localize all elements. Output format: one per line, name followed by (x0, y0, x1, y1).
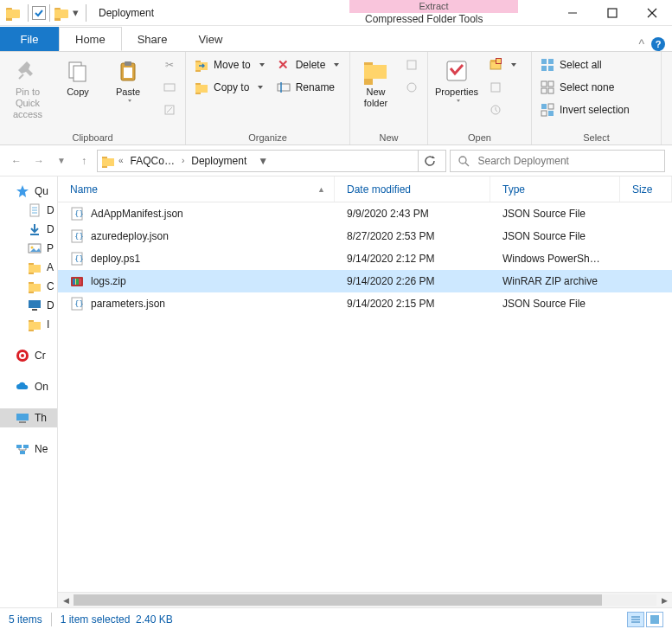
paste-shortcut-button[interactable] (159, 100, 180, 119)
move-to-button[interactable]: Move to (191, 55, 268, 74)
open-button[interactable] (485, 55, 520, 74)
file-date: 8/27/2020 2:53 PM (335, 230, 490, 242)
file-row[interactable]: {}parameters.json9/14/2020 2:15 PMJSON S… (58, 292, 672, 315)
refresh-button[interactable] (418, 151, 442, 171)
move-to-icon (195, 58, 208, 72)
svg-rect-71 (16, 414, 29, 421)
cut-button[interactable]: ✂ (159, 55, 180, 74)
column-size[interactable]: Size (620, 177, 672, 202)
back-button[interactable]: ← (7, 151, 26, 170)
qat-checkbox-icon[interactable] (32, 6, 46, 20)
address-dropdown-icon[interactable]: ▼ (253, 151, 272, 171)
delete-button[interactable]: ✕ Delete (273, 55, 343, 74)
forward-button[interactable]: → (29, 151, 48, 170)
details-view-button[interactable] (627, 612, 644, 627)
svg-rect-74 (23, 445, 29, 448)
sidebar-item[interactable]: P (0, 239, 57, 258)
window-controls (553, 0, 672, 25)
sidebar-item[interactable]: D (0, 220, 57, 239)
file-row[interactable]: {}deploy.ps19/14/2020 2:12 PMWindows Pow… (58, 247, 672, 270)
copy-to-button[interactable]: Copy to (191, 78, 268, 97)
pin-to-quick-access-button[interactable]: Pin to Quick access (5, 55, 50, 120)
file-row[interactable]: {}azuredeploy.json8/27/2020 2:53 PMJSON … (58, 225, 672, 247)
column-date[interactable]: Date modified (335, 177, 490, 202)
file-date: 9/14/2020 2:15 PM (335, 298, 490, 310)
qat-folder-icon[interactable] (54, 5, 69, 21)
breadcrumb-deployment[interactable]: Deployment (188, 155, 250, 167)
share-tab[interactable]: Share (122, 27, 183, 51)
address-bar[interactable]: « FAQCo… › Deployment ▼ (97, 150, 446, 172)
up-button[interactable]: ↑ (74, 151, 93, 170)
sidebar-icon (28, 241, 42, 255)
scroll-thumb[interactable] (74, 594, 602, 606)
collapse-ribbon-icon[interactable]: ^ (638, 37, 644, 51)
select-none-button[interactable]: Select none (537, 78, 633, 97)
maximize-button[interactable] (592, 0, 632, 25)
file-date: 9/14/2020 2:12 PM (335, 253, 490, 265)
copy-path-button[interactable] (159, 78, 180, 97)
close-button[interactable] (632, 0, 672, 25)
svg-rect-72 (19, 421, 26, 423)
sidebar-item[interactable]: D (0, 296, 57, 315)
easy-access-button[interactable] (401, 78, 422, 97)
sidebar-icon (28, 222, 42, 236)
sidebar-item[interactable]: Qu (0, 182, 57, 201)
paste-button[interactable]: Paste (106, 55, 150, 102)
rename-button[interactable]: Rename (273, 78, 343, 97)
copy-button[interactable]: Copy (55, 55, 100, 98)
scissors-icon: ✂ (163, 58, 176, 72)
quick-access-toolbar: ▾ (0, 0, 92, 25)
chevron-right-icon[interactable]: « (118, 156, 124, 165)
svg-rect-15 (164, 84, 175, 91)
contextual-tab-group: Extract Compressed Folder Tools (349, 0, 518, 25)
recent-locations-button[interactable]: ▼ (52, 151, 71, 170)
qat-overflow-icon[interactable]: ▾ (69, 6, 82, 19)
horizontal-scrollbar[interactable]: ◀ ▶ (58, 592, 672, 607)
sidebar-item[interactable]: D (0, 201, 57, 220)
new-item-button[interactable] (401, 55, 422, 74)
history-button[interactable] (485, 100, 520, 119)
select-all-button[interactable]: Select all (537, 55, 633, 74)
sidebar-item[interactable]: Cr (0, 346, 57, 365)
select-none-icon (541, 80, 554, 94)
sidebar-item[interactable]: Th (0, 408, 57, 427)
search-box[interactable] (450, 150, 665, 172)
breadcrumb-faqco[interactable]: FAQCo… (127, 155, 178, 167)
search-input[interactable] (477, 154, 657, 168)
large-icons-view-button[interactable] (646, 612, 663, 627)
file-row[interactable]: logs.zip9/14/2020 2:26 PMWinRAR ZIP arch… (58, 270, 672, 292)
column-name[interactable]: Name▲ (58, 177, 335, 202)
copy-to-icon (195, 80, 208, 94)
sidebar-item[interactable]: A (0, 258, 57, 277)
sidebar-item[interactable]: C (0, 277, 57, 296)
svg-rect-14 (124, 67, 132, 78)
contextual-tab-label[interactable]: Compressed Folder Tools (349, 13, 518, 26)
status-selection: 1 item selected 2.40 KB (61, 613, 173, 626)
file-type: JSON Source File (490, 230, 620, 242)
file-icon: {} (70, 207, 84, 221)
status-bar: 5 items 1 item selected 2.40 KB (0, 607, 672, 630)
edit-button[interactable] (485, 78, 520, 97)
chevron-right-icon[interactable]: › (182, 156, 184, 165)
home-tab[interactable]: Home (59, 27, 122, 51)
file-tab[interactable]: File (0, 27, 59, 51)
sidebar-item[interactable]: I (0, 315, 57, 334)
path-icon (163, 80, 176, 94)
file-row[interactable]: {}AdAppManifest.json9/9/2020 2:43 PMJSON… (58, 202, 672, 225)
minimize-button[interactable] (553, 0, 592, 25)
scroll-right-icon[interactable]: ▶ (656, 593, 672, 607)
svg-rect-38 (541, 81, 547, 87)
new-folder-button[interactable]: New folder (355, 55, 396, 109)
invert-selection-button[interactable]: Invert selection (537, 100, 633, 119)
file-name: parameters.json (91, 298, 165, 310)
navigation-pane[interactable]: QuDDPACDICrOnThNe (0, 177, 58, 607)
view-tab[interactable]: View (182, 27, 238, 51)
properties-button[interactable]: Properties (433, 55, 480, 102)
new-group: New folder New (350, 52, 428, 144)
scroll-left-icon[interactable]: ◀ (58, 593, 74, 607)
file-type: JSON Source File (490, 208, 620, 220)
help-icon[interactable]: ? (651, 37, 665, 51)
column-type[interactable]: Type (490, 177, 620, 202)
sidebar-item[interactable]: On (0, 377, 57, 396)
sidebar-item[interactable]: Ne (0, 440, 57, 459)
